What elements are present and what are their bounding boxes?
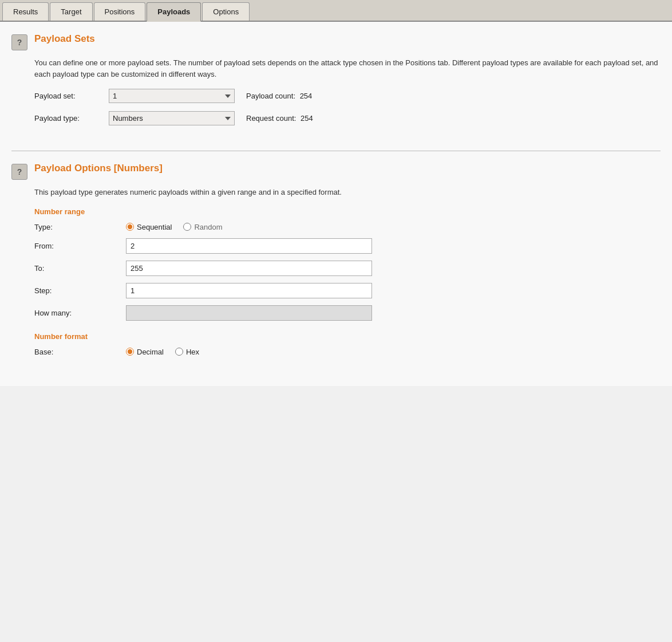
section-divider [11,151,661,151]
decimal-radio-item[interactable]: Decimal [126,348,164,356]
tab-results[interactable]: Results [2,2,49,21]
number-range-label: Number range [34,207,661,216]
to-input[interactable] [126,261,372,276]
payload-options-header: ? Payload Options [Numbers] [11,163,661,180]
base-row: Base: Decimal Hex [34,348,661,356]
random-radio[interactable] [183,223,191,231]
payload-type-label: Payload type: [34,114,109,123]
tab-options[interactable]: Options [202,2,250,21]
tab-payloads[interactable]: Payloads [147,2,201,22]
payload-type-controls: Numbers Simple list Runtime file Custom … [109,111,313,125]
decimal-radio[interactable] [126,348,134,356]
from-input[interactable] [126,238,372,254]
from-label: From: [34,242,126,250]
payload-options-section: ? Payload Options [Numbers] This payload… [11,163,661,375]
payload-options-description: This payload type generates numeric payl… [34,187,661,198]
from-row: From: [34,238,661,254]
payload-sets-title: Payload Sets [34,33,95,45]
sequential-label: Sequential [137,223,172,231]
how-many-label: How many: [34,309,126,317]
to-row: To: [34,261,661,276]
payload-sets-description: You can define one or more payload sets.… [34,57,661,80]
request-count-value: 254 [301,114,313,123]
payload-options-help-icon[interactable]: ? [11,164,27,180]
sequential-radio-item[interactable]: Sequential [126,223,172,231]
payload-sets-section: ? Payload Sets You can define one or mor… [11,33,661,145]
payload-set-select[interactable]: 1 2 3 [109,89,235,103]
type-radio-group: Sequential Random [126,223,223,231]
hex-radio[interactable] [175,348,183,356]
to-label: To: [34,264,126,273]
base-radio-group: Decimal Hex [126,348,199,356]
hex-label: Hex [186,348,199,356]
how-many-row: How many: [34,305,661,321]
tab-bar: Results Target Positions Payloads Option… [0,0,672,22]
payload-type-row: Payload type: Numbers Simple list Runtim… [34,111,661,125]
step-row: Step: [34,283,661,298]
payload-count-label: Payload count: 254 [246,92,312,100]
type-label: Type: [34,223,126,231]
how-many-input[interactable] [126,305,372,321]
step-input[interactable] [126,283,372,298]
step-label: Step: [34,286,126,295]
main-content: ? Payload Sets You can define one or mor… [0,22,672,386]
payload-set-label: Payload set: [34,92,109,100]
base-label: Base: [34,348,126,356]
tab-target[interactable]: Target [50,2,92,21]
payload-sets-header: ? Payload Sets [11,33,661,50]
decimal-label: Decimal [137,348,164,356]
payload-count-value: 254 [300,92,313,100]
payload-sets-help-icon[interactable]: ? [11,34,27,50]
sequential-radio[interactable] [126,223,134,231]
payload-type-select[interactable]: Numbers Simple list Runtime file Custom … [109,111,235,125]
tab-positions[interactable]: Positions [94,2,146,21]
number-format-label: Number format [34,332,661,341]
payload-options-title: Payload Options [Numbers] [34,163,163,174]
random-label: Random [194,223,222,231]
request-count-label: Request count: 254 [246,114,313,123]
type-row: Type: Sequential Random [34,223,661,231]
hex-radio-item[interactable]: Hex [175,348,199,356]
random-radio-item[interactable]: Random [183,223,222,231]
payload-set-row: Payload set: 1 2 3 Payload count: 254 [34,89,661,103]
payload-set-controls: 1 2 3 Payload count: 254 [109,89,312,103]
